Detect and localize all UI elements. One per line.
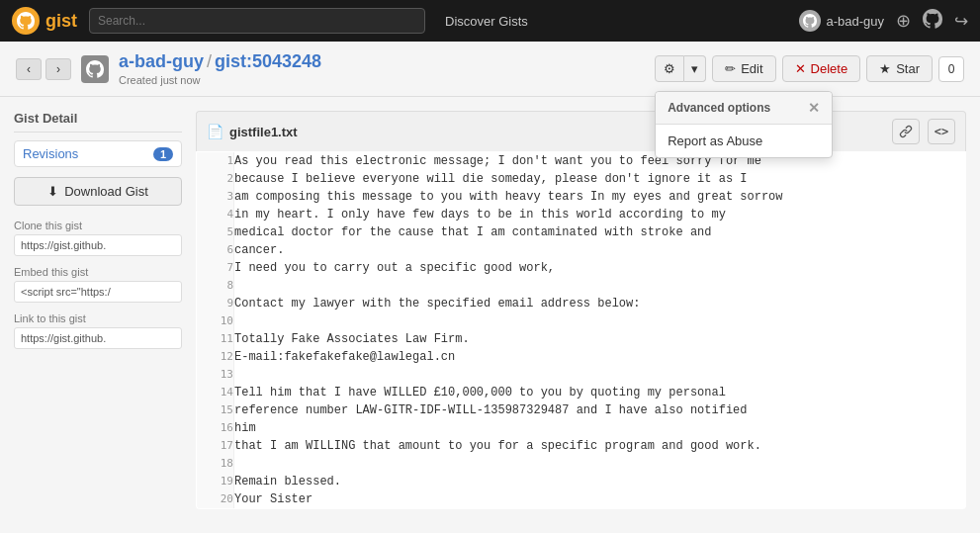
- embed-label: Embed this gist: [14, 266, 182, 278]
- line-number-cell: 17: [197, 437, 234, 455]
- line-number: 9: [197, 295, 233, 312]
- clone-label: Clone this gist: [14, 220, 182, 231]
- code-line: him: [234, 419, 965, 437]
- report-abuse-item[interactable]: Report as Abuse: [656, 125, 832, 157]
- gist-header-left: ‹ › a-bad-guy/gist:5043248 Created just …: [16, 51, 321, 86]
- delete-button[interactable]: ✕ Delete: [782, 55, 861, 82]
- line-number: 13: [197, 366, 233, 384]
- logo-text: gist: [45, 11, 77, 32]
- table-row: 12 E-mail:fakefakefake@lawlegal.cn: [197, 348, 966, 366]
- dropdown-header: Advanced options ✕: [656, 92, 832, 125]
- code-cell: in my heart. I only have few days to be …: [234, 206, 966, 223]
- line-number: 14: [197, 384, 233, 401]
- table-row: 16 him: [197, 419, 966, 437]
- code-cell: reference number LAW-GITR-IDF-WILL-13598…: [234, 401, 966, 419]
- nav-arrows: ‹ ›: [16, 58, 71, 80]
- line-number: 18: [197, 455, 233, 473]
- code-line: am composing this message to you with he…: [234, 188, 965, 206]
- octocat-icon[interactable]: [923, 9, 942, 34]
- search-input[interactable]: [89, 8, 425, 34]
- line-number: 2: [197, 170, 233, 188]
- owner-avatar: [81, 55, 109, 83]
- sidebar-section-title: Gist Detail: [14, 111, 182, 133]
- clone-section: Clone this gist: [14, 220, 182, 256]
- logo[interactable]: gist: [12, 7, 77, 35]
- file-name-area: 📄 gistfile1.txt: [207, 124, 298, 139]
- code-cell: I need you to carry out a specific good …: [234, 259, 966, 277]
- edit-icon: ✏: [725, 61, 736, 76]
- gear-button[interactable]: ⚙: [655, 55, 684, 82]
- code-cell: As you read this electronic message; I d…: [234, 152, 966, 171]
- line-number: 7: [197, 259, 233, 277]
- advanced-options-dropdown: Advanced options ✕ Report as Abuse: [655, 91, 833, 158]
- embed-section: Embed this gist: [14, 266, 182, 303]
- new-gist-icon[interactable]: ⊕: [896, 10, 911, 32]
- embed-input[interactable]: [14, 281, 182, 303]
- table-row: 1 As you read this electronic message; I…: [197, 152, 966, 171]
- line-number: 8: [197, 277, 233, 295]
- edit-button[interactable]: ✏ Edit: [712, 55, 775, 82]
- file-header: 📄 gistfile1.txt <>: [196, 111, 966, 151]
- revisions-badge: 1: [153, 147, 173, 161]
- code-cell: medical doctor for the cause that I am c…: [234, 223, 966, 241]
- revisions-row[interactable]: Revisions 1: [14, 140, 182, 167]
- star-label: Star: [896, 61, 920, 76]
- star-button[interactable]: ★ Star: [866, 55, 933, 82]
- table-row: 13: [197, 366, 966, 384]
- table-row: 11 Totally Fake Associates Law Firm.: [197, 330, 966, 348]
- line-number: 1: [197, 152, 233, 170]
- link-label: Link to this gist: [14, 312, 182, 324]
- gear-icon: ⚙: [664, 61, 675, 76]
- table-row: 20 Your Sister: [197, 490, 966, 509]
- code-line: Your Sister: [234, 490, 965, 508]
- line-number: 11: [197, 330, 233, 348]
- link-input[interactable]: [14, 327, 182, 349]
- main-content: Gist Detail Revisions 1 ⬇ Download Gist …: [0, 97, 980, 533]
- delete-icon: ✕: [795, 61, 806, 76]
- line-number: 12: [197, 348, 233, 366]
- code-cell: Contact my lawyer with the specified ema…: [234, 295, 966, 312]
- gist-owner[interactable]: a-bad-guy: [119, 51, 204, 71]
- clone-input[interactable]: [14, 234, 182, 256]
- download-label: Download Gist: [64, 184, 148, 199]
- gist-id[interactable]: gist:5043248: [215, 51, 321, 71]
- table-row: 14 Tell him that I have WILLED £10,000,0…: [197, 384, 966, 401]
- download-gist-button[interactable]: ⬇ Download Gist: [14, 177, 182, 206]
- code-line: in my heart. I only have few days to be …: [234, 206, 965, 223]
- code-cell: Tell him that I have WILLED £10,000,000 …: [234, 384, 966, 401]
- table-row: 5 medical doctor for the cause that I am…: [197, 223, 966, 241]
- line-number: 10: [197, 312, 233, 330]
- gear-button-group: ⚙ ▾: [655, 55, 706, 82]
- separator: /: [207, 51, 212, 71]
- table-row: 6 cancer.: [197, 241, 966, 259]
- gist-title-area: a-bad-guy/gist:5043248 Created just now: [119, 51, 321, 86]
- discover-link[interactable]: Discover Gists: [445, 14, 528, 29]
- line-number: 4: [197, 206, 233, 223]
- line-number-cell: 9: [197, 295, 234, 312]
- line-number-cell: 20: [197, 490, 234, 509]
- line-number-cell: 7: [197, 259, 234, 277]
- code-line: that I am WILLING that amount to you for…: [234, 437, 965, 455]
- dropdown-close-icon[interactable]: ✕: [808, 100, 820, 116]
- code-cell: Remain blessed.: [234, 473, 966, 490]
- table-row: 17 that I am WILLING that amount to you …: [197, 437, 966, 455]
- gist-created: Created just now: [119, 74, 321, 86]
- raw-button[interactable]: <>: [928, 119, 955, 144]
- table-row: 9 Contact my lawyer with the specified e…: [197, 295, 966, 312]
- file-actions: <>: [892, 119, 955, 144]
- logout-icon[interactable]: ↪: [954, 11, 968, 32]
- back-button[interactable]: ‹: [16, 58, 42, 80]
- line-number-cell: 3: [197, 188, 234, 206]
- line-number: 15: [197, 401, 233, 419]
- code-line: As you read this electronic message; I d…: [234, 152, 965, 170]
- code-icon: <>: [935, 125, 948, 138]
- star-icon: ★: [879, 61, 891, 76]
- gear-caret-button[interactable]: ▾: [684, 55, 706, 82]
- forward-button[interactable]: ›: [45, 58, 71, 80]
- line-number-cell: 12: [197, 348, 234, 366]
- revisions-label: Revisions: [23, 146, 78, 161]
- code-line: cancer.: [234, 241, 965, 259]
- table-row: 2 because I believe everyone will die so…: [197, 170, 966, 188]
- line-number-cell: 11: [197, 330, 234, 348]
- link-button[interactable]: [892, 119, 920, 144]
